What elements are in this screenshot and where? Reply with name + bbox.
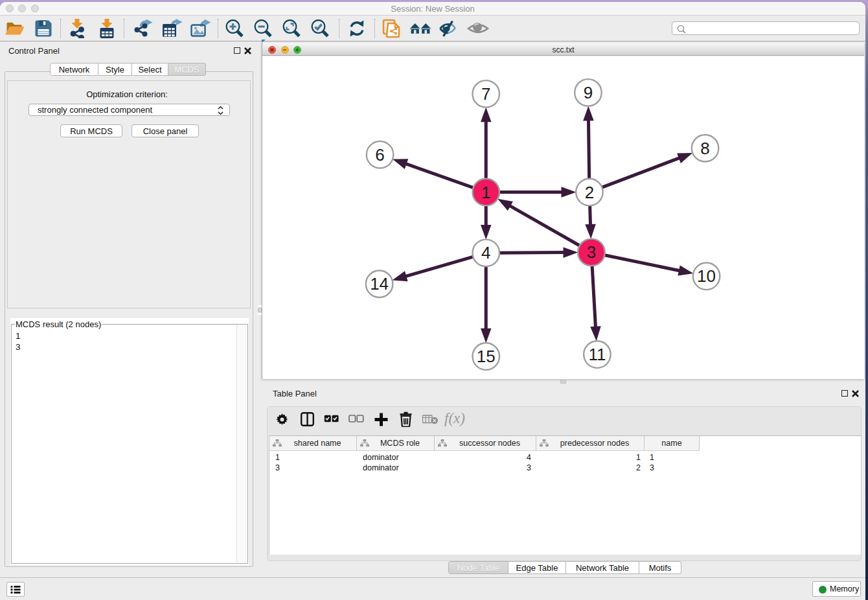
svg-text:2: 2 <box>585 183 594 202</box>
svg-text:10: 10 <box>697 267 716 285</box>
svg-text:14: 14 <box>370 275 389 293</box>
svg-text:8: 8 <box>700 139 709 157</box>
svg-text:11: 11 <box>588 345 606 363</box>
svg-text:3: 3 <box>587 243 596 261</box>
svg-text:6: 6 <box>375 146 384 164</box>
svg-text:9: 9 <box>584 84 593 102</box>
svg-text:4: 4 <box>481 244 490 262</box>
svg-text:15: 15 <box>477 347 496 365</box>
svg-text:1: 1 <box>481 183 490 202</box>
svg-text:7: 7 <box>481 85 490 103</box>
